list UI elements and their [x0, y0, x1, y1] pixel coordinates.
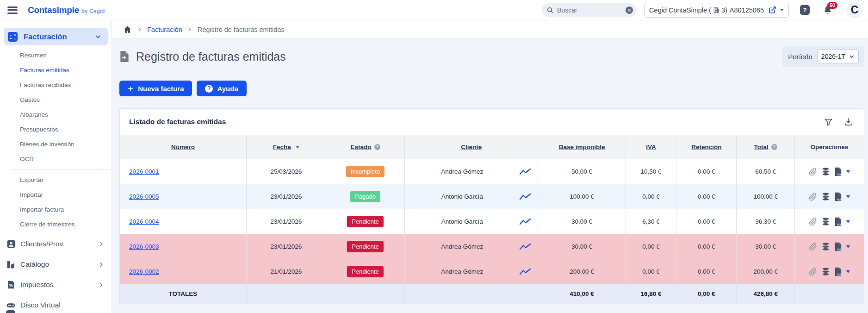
sidebar-item-label: Disco Virtual — [20, 301, 61, 309]
period-label: Período — [788, 53, 812, 61]
sidebar-item-albaranes[interactable]: Albaranes — [0, 107, 112, 122]
brand-logo[interactable]: Contasimple by Cegid — [28, 5, 105, 15]
attachment-icon[interactable] — [809, 168, 817, 176]
column-header-base-imponible[interactable]: Base imponible — [538, 135, 626, 159]
client-chart-icon[interactable] — [519, 268, 531, 275]
column-header-fecha[interactable]: Fecha — [246, 135, 326, 159]
client-name: Antonio García — [405, 193, 519, 200]
column-header-total[interactable]: Total? — [737, 135, 794, 159]
sidebar-item-facturas-emitidas[interactable]: Facturas emitidas — [0, 63, 112, 78]
table-row: 2026-0001 25/03/2026 Incompleto Andrea G… — [120, 159, 864, 184]
database-icon[interactable] — [821, 217, 830, 226]
attachment-icon[interactable] — [809, 268, 817, 276]
sidebar-item-resumen[interactable]: Resumen — [0, 48, 112, 63]
database-icon[interactable] — [821, 167, 830, 176]
avatar[interactable]: C — [847, 2, 862, 18]
invoice-link[interactable]: 2026-0002 — [129, 268, 159, 275]
pdf-icon[interactable]: PDF — [834, 217, 842, 226]
document-icon — [119, 50, 130, 63]
invoice-link[interactable]: 2026-0005 — [129, 193, 159, 200]
search-input[interactable] — [557, 6, 626, 14]
invoice-list-card: Listado de facturas emitidas — [119, 108, 864, 304]
svg-text:=: = — [14, 37, 16, 41]
svg-text:+: + — [10, 37, 12, 41]
sidebar-item-importar-factura[interactable]: Importar factura — [0, 202, 112, 217]
database-icon[interactable] — [821, 242, 830, 251]
sidebar-item-ocr[interactable]: OCR — [0, 152, 112, 167]
table-row: 2026-0004 23/01/2026 Pendiente Antonio G… — [120, 209, 864, 234]
column-header-estado[interactable]: Estado? — [326, 135, 404, 159]
status-badge: Pendiente — [347, 241, 384, 252]
svg-text:%: % — [9, 283, 12, 288]
sidebar-item-bienes-de-inversion[interactable]: Bienes de inversión — [0, 137, 112, 152]
sidebar-item-cierre-de-trimestres[interactable]: Cierre de trimestres — [0, 217, 112, 232]
help-icon[interactable]: ? — [800, 5, 810, 15]
attachment-icon[interactable] — [809, 218, 817, 226]
new-invoice-button[interactable]: + Nueva factura — [119, 81, 192, 96]
database-icon[interactable] — [821, 192, 830, 201]
sidebar-item-gastos[interactable]: Gastos — [0, 93, 112, 107]
invoice-base: 200,00 € — [538, 259, 626, 284]
database-icon[interactable] — [821, 267, 830, 276]
totals-total: 426,80 € — [737, 284, 794, 304]
filter-icon[interactable] — [824, 118, 833, 126]
totals-base: 410,00 € — [538, 284, 626, 304]
column-header-cliente[interactable]: Cliente — [405, 135, 538, 159]
invoice-iva: 0,00 € — [626, 184, 676, 209]
external-link-icon[interactable] — [769, 6, 776, 14]
invoice-link[interactable]: 2026-0004 — [129, 218, 159, 225]
download-icon[interactable] — [844, 118, 853, 126]
home-icon[interactable] — [123, 25, 132, 34]
sidebar-item-catalogo[interactable]: Catálogo — [0, 254, 112, 275]
breadcrumb-link-facturacion[interactable]: Facturación — [147, 26, 182, 33]
client-name: Andrea Gómez — [405, 268, 519, 275]
notifications-button[interactable]: 50 — [823, 5, 833, 15]
invoice-iva: 6,30 € — [626, 209, 676, 234]
help-button[interactable]: ? Ayuda — [197, 81, 246, 96]
pdf-icon[interactable]: PDF — [834, 192, 842, 201]
company-caret-icon — [780, 9, 784, 11]
search-box[interactable]: ✕ — [542, 3, 637, 17]
period-select[interactable]: 2026-1T — [817, 50, 859, 63]
svg-text:PDF: PDF — [837, 248, 842, 250]
column-header-numero[interactable]: Número — [120, 135, 246, 159]
search-clear-icon[interactable]: ✕ — [626, 6, 633, 14]
row-actions-caret-icon[interactable] — [846, 195, 850, 198]
row-actions-caret-icon[interactable] — [846, 220, 850, 223]
pdf-icon[interactable]: PDF — [834, 167, 842, 176]
sidebar-item-clientes-prov[interactable]: Clientes/Prov. — [0, 234, 112, 254]
sidebar-item-label: Facturación — [24, 32, 67, 41]
column-header-retencion[interactable]: Retención — [676, 135, 737, 159]
column-header-iva[interactable]: IVA — [626, 135, 676, 159]
sidebar-item-facturas-recibidas[interactable]: Facturas recibidas — [0, 78, 112, 93]
client-chart-icon[interactable] — [519, 218, 531, 225]
sidebar-item-exportar[interactable]: Exportar — [0, 173, 112, 188]
pdf-icon[interactable]: PDF — [834, 267, 842, 276]
sidebar-item-impuestos[interactable]: % Impuestos — [0, 275, 112, 295]
client-chart-icon[interactable] — [519, 243, 531, 250]
pdf-icon[interactable]: PDF — [834, 242, 842, 251]
taxes-icon: % — [6, 280, 16, 289]
hamburger-menu-icon[interactable] — [7, 6, 18, 14]
row-actions-caret-icon[interactable] — [846, 170, 850, 173]
sidebar-item-facturacion[interactable]: -×+= Facturación — [4, 28, 108, 45]
invoice-link[interactable]: 2026-0003 — [129, 243, 159, 250]
invoice-iva: 10,50 € — [626, 159, 676, 184]
attachment-icon[interactable] — [809, 193, 817, 201]
sidebar-item-disco-virtual[interactable]: Disco Virtual — [0, 295, 112, 313]
breadcrumb: Facturación Registro de facturas emitida… — [112, 20, 868, 39]
chevron-down-icon — [95, 33, 101, 40]
svg-text:PDF: PDF — [837, 198, 842, 200]
client-chart-icon[interactable] — [519, 168, 531, 175]
sidebar-item-presupuestos[interactable]: Presupuestos — [0, 122, 112, 137]
invoice-link[interactable]: 2026-0001 — [129, 168, 159, 175]
attachment-icon[interactable] — [809, 243, 817, 251]
sidebar-item-importar[interactable]: Importar — [0, 188, 112, 202]
row-actions-caret-icon[interactable] — [846, 245, 850, 248]
company-selector[interactable]: Cegid ContaSimple ( 3) A80125065 — [644, 3, 789, 18]
client-chart-icon[interactable] — [519, 193, 531, 200]
help-label: Ayuda — [217, 85, 238, 93]
breadcrumb-current: Registro de facturas emitidas — [198, 26, 285, 33]
row-actions-caret-icon[interactable] — [846, 270, 850, 273]
invoice-base: 30,00 € — [538, 209, 626, 234]
